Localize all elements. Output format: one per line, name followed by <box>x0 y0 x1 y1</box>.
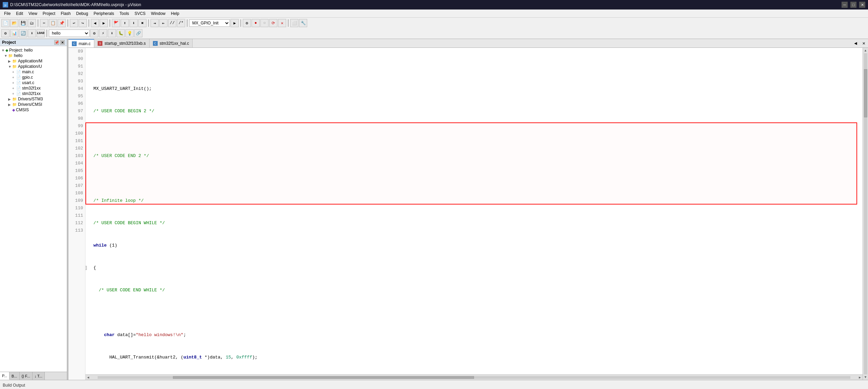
debug-button[interactable]: 🐛 <box>117 29 125 37</box>
tree-item-hello[interactable]: ▼ 📁 hello <box>1 53 66 58</box>
menu-item-debug[interactable]: Debug <box>74 11 91 17</box>
navigate-forward-button[interactable]: ▶ <box>100 19 108 27</box>
scroll-left-button[interactable]: ◀ <box>85 375 91 380</box>
bookmark-button[interactable]: 🚩 <box>112 19 120 27</box>
download-button[interactable]: ⬇ <box>28 29 36 37</box>
target-dropdown[interactable]: hello <box>49 30 90 37</box>
undo-button[interactable]: ↩ <box>70 19 78 27</box>
tree-item-stm32f1xx-2[interactable]: + 📄 stm32f1xx <box>1 91 66 96</box>
scroll-up-button[interactable]: ▲ <box>863 48 868 53</box>
tree-item-mainc[interactable]: + 📄 main.c <box>1 69 66 75</box>
settings-button[interactable]: ⚙ <box>243 19 251 27</box>
kill-button[interactable]: ✕ <box>278 19 286 27</box>
flash-button[interactable]: ⬇ <box>108 29 116 37</box>
line-num-105: 105 <box>68 167 83 175</box>
scroll-right-button[interactable]: ▶ <box>857 375 863 380</box>
tab-startup[interactable]: S startup_stm32f103xb.s <box>94 39 149 47</box>
minimize-button[interactable]: ─ <box>842 2 848 8</box>
scrollbar-track[interactable] <box>98 376 850 379</box>
clear-bookmark[interactable]: ✖ <box>138 19 146 27</box>
save-button[interactable]: 💾 <box>19 19 27 27</box>
vertical-scrollbar[interactable]: ▲ ▼ <box>863 48 868 380</box>
menu-item-file[interactable]: File <box>1 11 13 17</box>
new-button[interactable]: 📄 <box>1 19 9 27</box>
line-numbers: 89 90 91 92 93 94 95 96 97 98 99 100 101… <box>68 48 85 380</box>
fold-button-97[interactable]: − <box>85 266 87 270</box>
sidebar-tab-functions[interactable]: {} F... <box>20 372 33 380</box>
menu-item-tools[interactable]: Tools <box>117 11 132 17</box>
redo-button[interactable]: ↪ <box>79 19 87 27</box>
menu-item-help[interactable]: Help <box>168 11 182 17</box>
run-button[interactable]: ● <box>252 19 260 27</box>
sidebar-tab-templates[interactable]: ↓ T... <box>33 372 45 380</box>
tree-item-driversSTM[interactable]: ▶ 📁 Drivers/STM3 <box>1 96 66 102</box>
file-icon: 📄 <box>16 81 21 85</box>
indent-button[interactable]: ⇥ <box>151 19 159 27</box>
gem-icon: ◆ <box>12 108 15 112</box>
prev-bookmark[interactable]: ⬆ <box>121 19 129 27</box>
close-button[interactable]: ✕ <box>859 2 865 8</box>
vscroll-thumb[interactable] <box>864 69 867 117</box>
menu-item-peripherals[interactable]: Peripherals <box>91 11 117 17</box>
reset-button[interactable]: ⟳ <box>269 19 277 27</box>
view-button[interactable]: ⬜ <box>290 19 298 27</box>
manage-button[interactable]: 📊 <box>10 29 18 37</box>
vscroll-track[interactable] <box>864 53 867 374</box>
tab-scroll-left-button[interactable]: ◀ <box>851 39 860 47</box>
tab-hal[interactable]: C stm32f1xx_hal.c <box>150 39 193 47</box>
panel-close-button[interactable]: ✕ <box>60 40 65 45</box>
scroll-down-button[interactable]: ▼ <box>863 374 868 380</box>
uncomment-button[interactable]: /* <box>177 19 185 27</box>
tab-close-button[interactable]: ✕ <box>860 39 868 47</box>
paste-button[interactable]: 📌 <box>58 19 66 27</box>
tree-item-project[interactable]: ▼ ◆ Project: hello <box>1 47 66 53</box>
goto-button[interactable]: ▶ <box>231 19 239 27</box>
refresh-button[interactable]: 🔄 <box>19 29 27 37</box>
sidebar-tab-books[interactable]: B... <box>9 372 20 380</box>
tree-item-stm32f1xx-1[interactable]: + 📄 stm32f1xx <box>1 85 66 91</box>
navigate-back-button[interactable]: ◀ <box>91 19 99 27</box>
copy-button[interactable]: 📋 <box>49 19 57 27</box>
tree-item-usartc[interactable]: + 📄 usart.c <box>1 80 66 85</box>
next-bookmark[interactable]: ⬇ <box>130 19 138 27</box>
menu-item-window[interactable]: Window <box>148 11 168 17</box>
menu-item-view[interactable]: View <box>26 11 40 17</box>
pin-button[interactable]: 📌 <box>54 40 59 45</box>
menu-item-edit[interactable]: Edit <box>13 11 26 17</box>
sidebar-tab-project[interactable]: P... <box>0 372 9 380</box>
extra-button[interactable]: 🔗 <box>134 29 142 37</box>
toolbar-separator-8 <box>288 19 289 27</box>
menu-item-flash[interactable]: Flash <box>58 11 73 17</box>
target-settings-button[interactable]: ⚙ <box>1 29 9 37</box>
comment-button[interactable]: // <box>168 19 176 27</box>
save-all-button[interactable]: 🗂 <box>28 19 36 27</box>
menu-item-project[interactable]: Project <box>40 11 58 17</box>
unindent-button[interactable]: ⇤ <box>159 19 167 27</box>
line-num-90: 90 <box>68 55 83 63</box>
tree-item-gpioc[interactable]: + 📄 gpio.c <box>1 75 66 80</box>
tree-item-appM[interactable]: ▶ 📁 Application/M <box>1 58 66 64</box>
cut-button[interactable]: ✂ <box>40 19 48 27</box>
compile-button[interactable]: ⚡ <box>99 29 107 37</box>
flash2-button[interactable]: 💡 <box>125 29 134 37</box>
line-num-92: 92 <box>68 70 83 78</box>
tab-mainc[interactable]: C main.c <box>68 39 94 47</box>
function-dropdown[interactable]: MX_GPIO_Init <box>189 19 230 27</box>
tree-item-driversCMSIS[interactable]: ▶ 📁 Drivers/CMSI <box>1 102 66 107</box>
maximize-button[interactable]: □ <box>850 2 856 8</box>
tree-label: CMSIS <box>16 108 29 112</box>
code-line-98: /* USER CODE END WHILE */ <box>88 287 863 294</box>
tree-item-cmsis[interactable]: ◆ CMSIS <box>1 107 66 113</box>
horizontal-scrollbar[interactable]: ◀ ▶ <box>85 374 863 380</box>
tree-item-appU[interactable]: ▼ 📁 Application/U <box>1 64 66 69</box>
stop-button[interactable]: ○ <box>260 19 269 27</box>
file-icon: 📄 <box>16 70 21 74</box>
app-icon: µ <box>3 2 8 7</box>
target-options-button[interactable]: ⚙ <box>90 29 98 37</box>
open-button[interactable]: 📂 <box>10 19 18 27</box>
scrollbar-thumb[interactable] <box>173 376 474 379</box>
build-icon[interactable]: LOAD <box>37 29 45 37</box>
code-content[interactable]: MX_USART2_UART_Init(); /* USER CODE BEGI… <box>85 48 863 374</box>
config-button[interactable]: 🔧 <box>299 19 307 27</box>
menu-item-svcs[interactable]: SVCS <box>132 11 149 17</box>
